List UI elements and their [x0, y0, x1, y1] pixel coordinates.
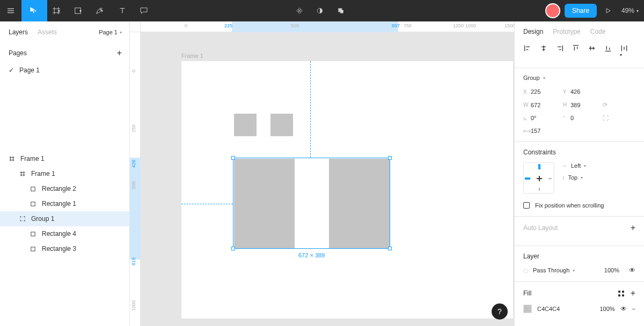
tab-code[interactable]: Code: [590, 28, 606, 35]
chevron-up-icon: ▴: [120, 29, 122, 34]
layer-frame[interactable]: Frame 1: [0, 151, 129, 166]
blend-mode-select[interactable]: Pass Through▾: [533, 267, 575, 273]
text-tool[interactable]: [112, 0, 133, 21]
w-input[interactable]: 672: [531, 102, 563, 108]
constraint-h-select[interactable]: ↔Left▾: [562, 162, 586, 169]
frame-icon: [19, 171, 27, 177]
fill-visibility-toggle[interactable]: 👁: [620, 305, 627, 313]
layer-rect[interactable]: Rectangle 2: [0, 181, 129, 196]
svg-rect-12: [31, 232, 35, 235]
rotation-input[interactable]: 0°: [531, 115, 563, 121]
constraints-widget[interactable]: [523, 162, 554, 194]
fix-position-checkbox[interactable]: [523, 202, 530, 209]
align-tools: ▾: [515, 41, 644, 68]
resize-handle-ne[interactable]: [388, 156, 392, 160]
resize-handle-se[interactable]: [388, 247, 392, 250]
comment-tool[interactable]: [133, 0, 155, 21]
mask-icon[interactable]: [313, 0, 327, 21]
zoom-select[interactable]: 49% ▾: [619, 7, 639, 14]
svg-rect-11: [20, 217, 25, 221]
fill-swatch[interactable]: [523, 305, 532, 313]
w-label: W: [523, 102, 531, 108]
frame-label[interactable]: Frame 1: [181, 53, 203, 59]
gap-input[interactable]: 157: [531, 128, 563, 134]
distribute-icon[interactable]: ▾: [620, 44, 628, 60]
add-autolayout-button[interactable]: +: [631, 223, 635, 233]
autolayout-header: Auto Layout: [523, 224, 558, 232]
fill-opacity-input[interactable]: 100%: [599, 306, 614, 312]
align-vcenter-icon[interactable]: [588, 44, 596, 60]
ruler-horizontal: 0 500 750 1000 1250 1500 225 897: [141, 21, 514, 32]
components-icon[interactable]: [292, 0, 306, 21]
guide-horizontal: [181, 204, 233, 204]
ruler-vertical: 0 250 500 1000 426 815: [130, 32, 141, 326]
rectangle-1[interactable]: [234, 114, 257, 136]
chevron-down-icon: ▾: [79, 9, 86, 13]
rect-icon: [30, 231, 38, 237]
layer-frame[interactable]: Frame 1: [0, 166, 129, 181]
rect-icon: [30, 246, 38, 252]
align-bottom-icon[interactable]: [604, 44, 612, 60]
layer-rect[interactable]: Rectangle 4: [0, 226, 129, 241]
tab-prototype[interactable]: Prototype: [553, 28, 580, 35]
x-input[interactable]: 225: [531, 88, 563, 95]
pen-tool[interactable]: ▾: [90, 0, 112, 21]
layer-opacity-input[interactable]: 100%: [604, 267, 619, 273]
independent-corners-icon[interactable]: ⛶: [603, 115, 613, 121]
avatar[interactable]: [545, 3, 560, 18]
menu-button[interactable]: [0, 0, 21, 21]
move-tool[interactable]: ▾: [21, 0, 47, 21]
add-fill-button[interactable]: +: [631, 288, 635, 298]
frame-tool[interactable]: ▾: [47, 0, 69, 21]
chevron-down-icon: ▾: [636, 9, 639, 13]
shape-tool[interactable]: ▾: [69, 0, 90, 21]
guide-vertical: [310, 61, 311, 158]
tab-layers[interactable]: Layers: [9, 28, 28, 36]
resize-handle-sw[interactable]: [231, 247, 235, 250]
tab-design[interactable]: Design: [523, 28, 543, 35]
align-top-icon[interactable]: [572, 44, 580, 60]
chevron-down-icon: ▾: [58, 9, 64, 13]
rectangle-2[interactable]: [270, 114, 293, 136]
h-input[interactable]: 389: [570, 102, 603, 108]
align-right-icon[interactable]: [555, 44, 564, 60]
pages-header: Pages: [9, 49, 27, 57]
align-left-icon[interactable]: [523, 44, 532, 60]
canvas[interactable]: 0 500 750 1000 1250 1500 225 897 0 250 5…: [130, 21, 514, 326]
layer-rect[interactable]: Rectangle 3: [0, 241, 129, 256]
gap-icon: ⟷: [523, 128, 531, 134]
visibility-toggle[interactable]: 👁: [629, 266, 635, 274]
layer-group-selected[interactable]: Group 1: [0, 211, 129, 226]
angle-icon: ⊾: [523, 115, 531, 121]
page-row[interactable]: ✓ Page 1: [0, 63, 129, 77]
resize-handle-nw[interactable]: [231, 156, 235, 160]
rect-icon: [30, 186, 38, 192]
page-switcher[interactable]: Page 1 ▴: [99, 29, 122, 35]
selection-box[interactable]: [233, 158, 390, 249]
group-icon: [19, 216, 27, 222]
boolean-icon[interactable]: ▾: [333, 0, 352, 21]
page-name: Page 1: [19, 66, 40, 74]
tab-assets[interactable]: Assets: [38, 28, 57, 36]
right-panel: Design Prototype Code ▾ Group ▾: [514, 21, 644, 326]
remove-fill-button[interactable]: −: [632, 306, 635, 312]
layer-header: Layer: [523, 253, 635, 260]
fill-header: Fill: [523, 290, 531, 297]
link-size-icon[interactable]: ⟳: [603, 101, 613, 108]
present-button[interactable]: [601, 0, 615, 21]
share-button[interactable]: Share: [565, 4, 597, 18]
y-input[interactable]: 426: [570, 88, 603, 95]
fix-position-label: Fix position when scrolling: [535, 202, 604, 209]
app-toolbar: ▾ ▾ ▾ ▾ ▾: [0, 0, 644, 21]
fill-styles-button[interactable]: [618, 291, 624, 297]
corner-input[interactable]: 0: [570, 115, 603, 121]
constraint-v-select[interactable]: ↕Top▾: [562, 174, 586, 181]
add-page-button[interactable]: +: [117, 48, 122, 58]
fill-hex-input[interactable]: C4C4C4: [537, 306, 560, 312]
layer-rect[interactable]: Rectangle 1: [0, 196, 129, 211]
help-button[interactable]: ?: [492, 303, 508, 320]
node-type-select[interactable]: Group ▾: [523, 75, 635, 81]
svg-rect-5: [31, 187, 35, 190]
check-icon: ✓: [9, 66, 14, 74]
align-hcenter-icon[interactable]: [539, 44, 548, 60]
